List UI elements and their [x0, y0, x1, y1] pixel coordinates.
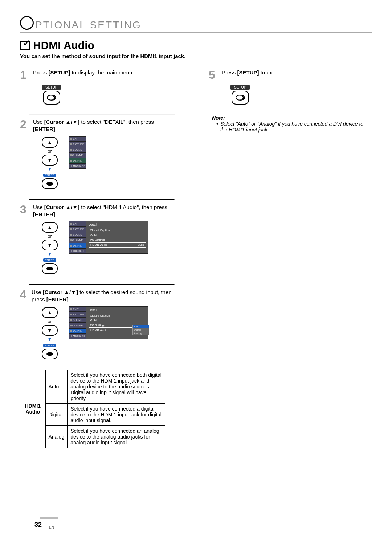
cursor-down-icon: ▼ — [42, 325, 58, 336]
page-region: EN — [49, 525, 54, 529]
divider — [29, 284, 175, 285]
setup-button-graphic: SETUP — [230, 83, 250, 105]
title-text: HDMI Audio — [33, 39, 94, 52]
enter-button-icon — [42, 263, 58, 274]
step-number: 2 — [20, 118, 29, 130]
osd-dropdown: Auto Digital Analog — [132, 325, 149, 335]
enter-button-icon — [42, 178, 58, 189]
note-text: Select "Auto" or "Analog" if you have co… — [220, 121, 369, 133]
dropcap-o-icon — [20, 16, 34, 30]
cursor-enter-graphic: ▲ or ▼ ▼ ENTER — [42, 306, 58, 360]
bullet-icon: • — [216, 121, 218, 133]
cursor-up-icon: ▲ — [42, 307, 58, 318]
cursor-up-icon: ▲ — [42, 137, 58, 148]
section-header: PTIONAL SETTING — [20, 15, 372, 33]
setup-label: SETUP — [42, 85, 61, 90]
divider — [29, 114, 175, 115]
setup-oval-icon — [232, 91, 249, 105]
step-2: 2 Use [Cursor ▲/▼] to select "DETAIL", t… — [20, 118, 183, 190]
or-label: or — [42, 319, 58, 324]
or-label: or — [42, 148, 58, 154]
subtitle: You can set the method of sound input fo… — [20, 53, 372, 59]
down-indicator-icon: ▼ — [42, 166, 58, 172]
table-desc: Select if you have connected an analog d… — [68, 425, 165, 448]
step-3: 3 Use [Cursor ▲/▼] to select "HDMI1 Audi… — [20, 204, 183, 275]
cursor-enter-graphic: ▲ or ▼ ▼ ENTER — [42, 221, 58, 275]
table-opt: Analog — [45, 425, 68, 448]
table-desc: Select if you have connected both digita… — [68, 370, 165, 403]
osd-detail-preview: EXIT PICTURE SOUND CHANNEL DETAIL LANGUA… — [69, 221, 148, 254]
topic-title: HDMI Audio — [20, 39, 372, 52]
table-desc: Select if you have connected a digital d… — [68, 403, 165, 425]
step-number: 1 — [20, 69, 29, 81]
page-number: 32 — [34, 521, 42, 529]
cursor-up-icon: ▲ — [42, 222, 58, 233]
setup-button-graphic: SETUP — [42, 83, 61, 105]
or-label: or — [42, 233, 58, 239]
table-opt: Auto — [45, 370, 68, 403]
osd-menu-preview: EXIT PICTURE SOUND CHANNEL DETAIL LANGUA… — [69, 136, 86, 169]
cursor-down-icon: ▼ — [42, 155, 58, 166]
step-4: 4 Use [Cursor ▲/▼] to select the desired… — [20, 289, 183, 360]
step-5: 5 Press [SETUP] to exit. SETUP — [209, 69, 372, 105]
enter-label: ENTER — [43, 174, 56, 177]
step-number: 3 — [20, 204, 29, 215]
note-box: Note: •Select "Auto" or "Analog" if you … — [209, 114, 372, 135]
step-1: 1 Press [SETUP] to display the main menu… — [20, 69, 183, 105]
enter-label: ENTER — [43, 344, 56, 347]
cursor-down-icon: ▼ — [42, 240, 58, 250]
osd-sound-select-preview: EXIT PICTURE SOUND CHANNEL DETAIL LANGUA… — [69, 306, 148, 339]
table-opt: Digital — [45, 403, 68, 425]
divider — [20, 63, 372, 63]
enter-label: ENTER — [43, 258, 56, 262]
note-title: Note: — [212, 115, 369, 121]
checkbox-icon — [20, 41, 30, 50]
divider — [29, 199, 175, 200]
setup-label: SETUP — [230, 85, 250, 90]
down-indicator-icon: ▼ — [42, 251, 58, 257]
step-number: 4 — [20, 289, 28, 300]
footer-tab-icon — [40, 517, 58, 519]
header-text: PTIONAL SETTING — [35, 19, 142, 31]
step-number: 5 — [209, 69, 218, 81]
enter-button-icon — [42, 349, 58, 359]
down-indicator-icon: ▼ — [42, 337, 58, 342]
setup-oval-icon — [43, 91, 60, 105]
options-table: HDMI1 Audio Auto Select if you have conn… — [20, 370, 165, 448]
table-header: HDMI1 Audio — [20, 370, 46, 448]
cursor-enter-graphic: ▲ or ▼ ▼ ENTER — [42, 136, 58, 190]
